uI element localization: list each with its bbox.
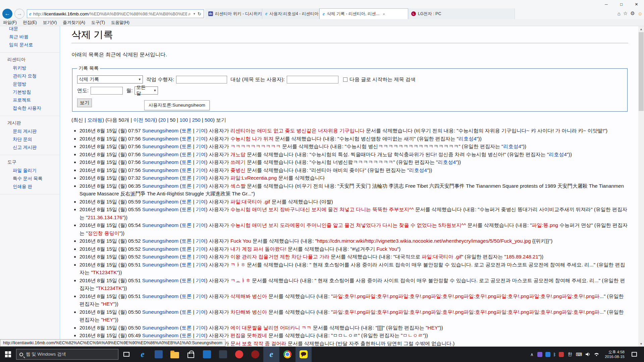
- maximize-button[interactable]: □: [614, 0, 629, 8]
- comment-link[interactable]: 파일:호우!.png파일:호우!.png파일:호우!.png파일:호우!.png…: [333, 309, 599, 315]
- comment-link[interactable]: 185.89.248.21: [506, 254, 538, 259]
- log-user-link[interactable]: Suneungsiheom: [142, 278, 178, 283]
- caret-up-icon[interactable]: ∧: [530, 352, 534, 357]
- star-icon[interactable]: ☆: [623, 10, 628, 16]
- user-talk-link[interactable]: 토론: [181, 238, 192, 244]
- kakaotalk-icon[interactable]: [296, 347, 312, 362]
- app-darkred-icon[interactable]: [247, 347, 263, 362]
- log-user-link[interactable]: Suneungsiheom: [142, 246, 178, 252]
- deleted-page-link[interactable]: 수능시험 애미년 보지 도라에몽이 주머니인줄 알고 물건 쳐넣었다가 다시는 …: [230, 222, 466, 228]
- network-icon[interactable]: [594, 352, 599, 356]
- deleted-page-link[interactable]: 파일:LvRecentia.png: [230, 175, 277, 181]
- user-contribs-link[interactable]: 기여: [196, 159, 206, 165]
- sidebar-item[interactable]: 특수 문서 목록: [0, 175, 59, 183]
- log-user-link[interactable]: Suneungsiheom: [142, 238, 178, 244]
- pagination-link[interactable]: 250: [192, 117, 201, 123]
- comment-link[interactable]: 파일:대국티아 .gif: [422, 254, 461, 259]
- deleted-page-link[interactable]: ㅋㅛㅑㅎ: [230, 278, 251, 283]
- forward-button[interactable]: →: [14, 9, 24, 19]
- user-contribs-link[interactable]: 기여: [196, 222, 206, 228]
- user-contribs-link[interactable]: 기여: [196, 152, 206, 157]
- menu-item[interactable]: 편집(E): [20, 20, 40, 25]
- deleted-page-link[interactable]: 쓰레기: [230, 159, 246, 165]
- action-center-icon[interactable]: [632, 352, 637, 357]
- menu-item[interactable]: 파일(F): [0, 20, 20, 25]
- comment-link[interactable]: Fuck You: [376, 246, 397, 252]
- log-user-link[interactable]: Suneungsiheom: [142, 128, 178, 133]
- user-talk-link[interactable]: 토론: [181, 199, 192, 204]
- comment-link[interactable]: 리호성4: [438, 159, 455, 165]
- comment-link[interactable]: TK1234TK: [93, 269, 117, 275]
- log-user-link[interactable]: Suneungsiheom: [142, 159, 178, 165]
- gear-icon[interactable]: ⚙: [630, 10, 635, 16]
- user-talk-link[interactable]: 토론: [181, 254, 192, 259]
- search-icon[interactable]: ⌕: [188, 11, 191, 17]
- sidebar-item[interactable]: 문의 게시판: [0, 127, 59, 135]
- start-button[interactable]: [0, 347, 16, 362]
- deleted-page-link[interactable]: 개노답: [230, 152, 246, 157]
- log-user-link[interactable]: Suneungsiheom: [142, 167, 178, 173]
- scrollbar-thumb[interactable]: [639, 32, 644, 111]
- user-contribs-link[interactable]: 기여: [196, 199, 206, 204]
- taskbar-search-box[interactable]: 웹 및 Windows 검색: [16, 349, 118, 360]
- minimize-button[interactable]: ─: [599, 0, 614, 8]
- sidebar-item[interactable]: 최근 바뀜: [0, 33, 59, 41]
- user-talk-link[interactable]: 토론: [181, 246, 192, 252]
- browser-tab[interactable]: LLG전자 : PC: [408, 8, 515, 19]
- log-user-link[interactable]: Suneungsiheom: [142, 254, 178, 259]
- user-talk-link[interactable]: 토론: [181, 128, 192, 133]
- deleted-page-link[interactable]: 편집을 못하겠네: [230, 333, 267, 338]
- deleted-page-link[interactable]: 수능시험 애미년 보지 장바구니대신 보지에 물건 쳐넣고 다니는 뚝뚝한 주부…: [230, 206, 414, 212]
- user-contribs-link[interactable]: 기여: [196, 309, 206, 315]
- deleted-page-link[interactable]: 차단해봐 병신아: [230, 309, 267, 315]
- user-contribs-link[interactable]: 기여: [196, 175, 206, 181]
- comment-link[interactable]: HEY: [428, 325, 438, 330]
- target-input[interactable]: [287, 76, 338, 83]
- user-talk-link[interactable]: 토론: [181, 278, 192, 283]
- edge-icon[interactable]: e: [135, 347, 151, 362]
- sidebar-item[interactable]: 파일 올리기: [0, 167, 59, 175]
- log-type-select[interactable]: 삭제 기록▼: [77, 75, 143, 83]
- close-button[interactable]: ✕: [629, 0, 644, 8]
- menu-item[interactable]: 보기(V): [40, 20, 60, 25]
- scroll-up-arrow[interactable]: ▲: [638, 26, 644, 32]
- photos-icon[interactable]: [199, 347, 215, 362]
- deleted-page-link[interactable]: 문서 보호 작작 좀 걸어라: [230, 341, 286, 346]
- pagination-link[interactable]: 500: [205, 117, 213, 123]
- log-user-link[interactable]: Suneungsiheom: [142, 136, 178, 141]
- user-contribs-link[interactable]: 기여: [196, 293, 206, 299]
- user-talk-link[interactable]: 토론: [181, 136, 192, 141]
- sidebar-item[interactable]: 위키방: [0, 64, 59, 72]
- menu-item[interactable]: 즐겨찾기(A): [60, 20, 88, 25]
- deleted-page-link[interactable]: 섹스짤: [230, 183, 246, 189]
- deleted-page-link[interactable]: 리센티아는 애미도 없고 좆도 병신같은 너자위용 기구입니다: [230, 128, 365, 133]
- alert-icon[interactable]: [559, 352, 564, 357]
- deleted-page-link[interactable]: 이왕 관리자 접을거면 제한 차단 다풀고 가라: [230, 254, 329, 259]
- comment-link[interactable]: 파일:똥.png: [532, 222, 558, 228]
- user-talk-link[interactable]: 토론: [181, 333, 192, 338]
- user-contribs-link[interactable]: 기여: [196, 262, 206, 267]
- user-talk-link[interactable]: 토론: [181, 175, 192, 181]
- comment-link[interactable]: 리호성4: [549, 152, 567, 157]
- sidebar-item[interactable]: 신고 게시판: [0, 143, 59, 152]
- view-button[interactable]: 보기: [77, 99, 92, 107]
- comment-link[interactable]: 리호성4: [459, 136, 476, 141]
- month-select[interactable]: 모든 달▼: [135, 86, 158, 95]
- browser-tab[interactable]: e사용자:리호성4 - 리센티아, 리...: [262, 8, 319, 19]
- user-contribs-link[interactable]: 기여: [196, 128, 206, 133]
- browser-tab[interactable]: dc리센티아 위키 - 디시위키: [205, 8, 262, 19]
- menu-item[interactable]: 도구(T): [88, 20, 108, 25]
- user-contribs-link[interactable]: 기여: [196, 333, 206, 338]
- user-talk-link[interactable]: 토론: [181, 206, 192, 212]
- sidebar-item[interactable]: 차단 문의: [0, 135, 59, 143]
- task-view-button[interactable]: [118, 347, 135, 362]
- deleted-page-link[interactable]: ㅋㅋㅋㅋㅋㅋㅋㅋㅋㅋ: [230, 143, 281, 149]
- log-user-link[interactable]: Suneungsiheom: [142, 293, 178, 299]
- deleted-page-link[interactable]: 파일:대국티아 .gif: [230, 199, 270, 204]
- address-bar[interactable]: e http://licentiawiki.16mb.com/%ED%8A%B9…: [27, 9, 204, 18]
- user-contribs-link[interactable]: 기여: [196, 238, 206, 244]
- user-contribs-link[interactable]: 기여: [196, 136, 206, 141]
- performer-input[interactable]: [176, 76, 227, 83]
- comment-link[interactable]: 리호성4: [409, 167, 427, 173]
- user-contribs-link[interactable]: 기여: [196, 325, 206, 330]
